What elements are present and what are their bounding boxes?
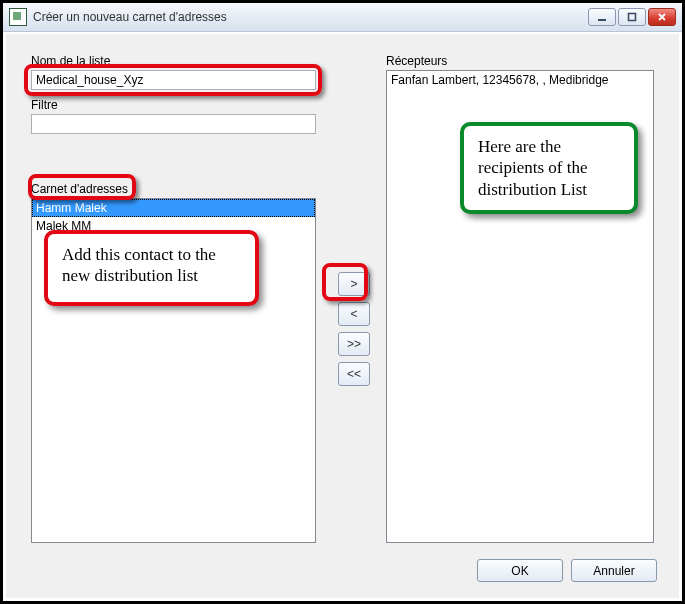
svg-rect-0 [598, 19, 606, 21]
close-button[interactable] [648, 8, 676, 26]
dialog-body: Nom de la liste Medical_house_Xyz Filtre… [6, 34, 679, 598]
filter-input[interactable] [31, 114, 316, 134]
svg-rect-1 [629, 14, 636, 21]
receivers-item-text: Fanfan Lambert, 12345678, , Medibridge [391, 73, 608, 87]
app-window: Créer un nouveau carnet d'adresses Nom d… [0, 0, 685, 604]
list-name-group: Nom de la liste Medical_house_Xyz [31, 54, 316, 90]
cancel-button[interactable]: Annuler [571, 559, 657, 582]
transfer-buttons: > < >> << [335, 272, 373, 386]
receivers-item[interactable]: Fanfan Lambert, 12345678, , Medibridge [387, 71, 653, 89]
remove-all-button[interactable]: << [338, 362, 370, 386]
app-icon [9, 8, 27, 26]
addressbook-item[interactable]: Hamm Malek [32, 199, 315, 217]
addressbook-item-text: Hamm Malek [36, 201, 107, 215]
window-title: Créer un nouveau carnet d'adresses [33, 10, 588, 24]
window-controls [588, 8, 676, 26]
remove-one-button[interactable]: < [338, 302, 370, 326]
list-name-value: Medical_house_Xyz [36, 73, 143, 87]
annotation-callout-add-text: Add this contact to the new distribution… [62, 245, 216, 285]
dialog-buttons: OK Annuler [477, 559, 657, 582]
add-all-button[interactable]: >> [338, 332, 370, 356]
receivers-label: Récepteurs [386, 54, 654, 68]
maximize-button[interactable] [618, 8, 646, 26]
list-name-input[interactable]: Medical_house_Xyz [31, 70, 316, 90]
annotation-callout-recipients: Here are the recipients of the distribut… [460, 122, 638, 214]
titlebar: Créer un nouveau carnet d'adresses [3, 3, 682, 32]
annotation-callout-add: Add this contact to the new distribution… [44, 230, 259, 306]
annotation-callout-recipients-text: Here are the recipients of the distribut… [478, 137, 588, 199]
addressbook-label: Carnet d'adresses [31, 182, 316, 196]
ok-button[interactable]: OK [477, 559, 563, 582]
minimize-button[interactable] [588, 8, 616, 26]
list-name-label: Nom de la liste [31, 54, 316, 68]
filter-group: Filtre [31, 98, 316, 134]
filter-label: Filtre [31, 98, 316, 112]
add-one-button[interactable]: > [338, 272, 370, 296]
